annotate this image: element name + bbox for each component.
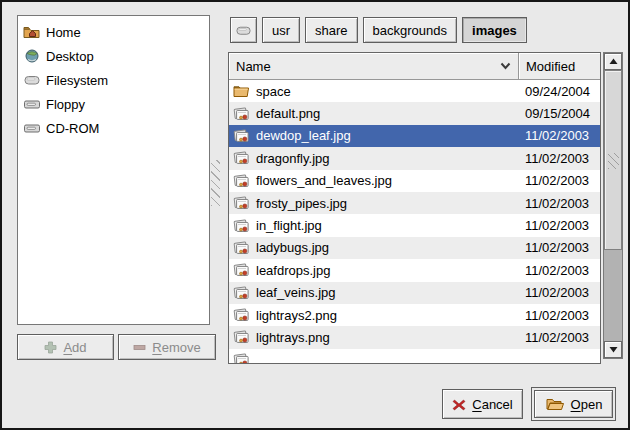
remove-minus-icon xyxy=(133,341,146,354)
breadcrumb: usrsharebackgroundsimages xyxy=(230,17,527,43)
file-name-cell: ladybugs.jpg xyxy=(229,240,519,256)
breadcrumb-button-share[interactable]: share xyxy=(305,17,358,43)
open-button-label: Open xyxy=(571,397,603,412)
sidebar-item-label: Filesystem xyxy=(46,73,108,88)
sidebar-item-label: Desktop xyxy=(46,49,94,64)
file-name-cell: frosty_pipes.jpg xyxy=(229,195,519,211)
file-name-cell: space xyxy=(229,84,519,99)
breadcrumb-root-button[interactable] xyxy=(230,17,257,43)
file-row[interactable]: frosty_pipes.jpg11/02/2003 xyxy=(229,192,600,214)
breadcrumb-label: backgrounds xyxy=(373,23,447,38)
sidebar-item-filesystem[interactable]: Filesystem xyxy=(18,68,209,92)
breadcrumb-button-usr[interactable]: usr xyxy=(262,17,300,43)
file-row[interactable]: flowers_and_leaves.jpg11/02/2003 xyxy=(229,170,600,192)
scroll-up-button[interactable] xyxy=(604,53,622,70)
image-file-icon xyxy=(233,106,250,122)
sidebar-item-label: CD-ROM xyxy=(46,121,99,136)
cancel-button[interactable]: Cancel xyxy=(442,389,523,419)
folder-icon xyxy=(233,84,250,99)
file-modified-date: 11/02/2003 xyxy=(519,285,600,300)
file-row[interactable]: in_flight.jpg11/02/2003 xyxy=(229,214,600,236)
file-name-cell: default.png xyxy=(229,106,519,122)
file-name: frosty_pipes.jpg xyxy=(256,196,347,211)
image-file-icon xyxy=(233,195,250,211)
add-button-label: Add xyxy=(63,340,86,355)
image-file-icon xyxy=(233,285,250,301)
image-file-icon xyxy=(233,128,250,144)
scrollbar-thumb[interactable] xyxy=(604,70,622,250)
pane-splitter-handle[interactable] xyxy=(211,160,220,206)
breadcrumb-button-images[interactable]: images xyxy=(462,17,527,43)
file-modified-date: 11/02/2003 xyxy=(519,218,600,233)
sidebar-item-label: Home xyxy=(46,25,81,40)
file-list: Name Modified space09/24/2004default.png… xyxy=(228,52,601,364)
file-name: ladybugs.jpg xyxy=(256,240,329,255)
column-header-name[interactable]: Name xyxy=(229,53,519,80)
breadcrumb-button-backgrounds[interactable]: backgrounds xyxy=(363,17,457,43)
add-button[interactable]: Add xyxy=(17,334,114,360)
file-name: lightrays.png xyxy=(256,330,330,345)
breadcrumb-label: images xyxy=(472,23,517,38)
remove-button[interactable]: Remove xyxy=(118,334,216,360)
file-name: space xyxy=(256,84,291,99)
file-list-header: Name Modified xyxy=(229,53,600,80)
sidebar-item-cd-rom[interactable]: CD-ROM xyxy=(18,116,209,140)
file-row[interactable]: lightrays2.png11/02/2003 xyxy=(229,304,600,326)
image-file-icon xyxy=(233,173,250,189)
file-row[interactable]: space09/24/2004 xyxy=(229,80,600,102)
file-modified-date: 11/02/2003 xyxy=(519,151,600,166)
file-modified-date: 11/02/2003 xyxy=(519,263,600,278)
file-name: leafdrops.jpg xyxy=(256,263,330,278)
file-modified-date: 09/24/2004 xyxy=(519,84,600,99)
vertical-scrollbar[interactable] xyxy=(603,52,623,359)
file-row[interactable]: dewdop_leaf.jpg11/02/2003 xyxy=(229,125,600,147)
file-row[interactable]: ladybugs.jpg11/02/2003 xyxy=(229,237,600,259)
floppy-icon xyxy=(23,96,41,112)
sidebar-item-floppy[interactable]: Floppy xyxy=(18,92,209,116)
file-name: leaf_veins.jpg xyxy=(256,285,336,300)
breadcrumb-label: share xyxy=(315,23,348,38)
file-name-cell: dragonfly.jpg xyxy=(229,150,519,166)
places-sidebar: HomeDesktopFilesystemFloppyCD-ROM xyxy=(17,15,210,325)
add-plus-icon xyxy=(44,341,57,354)
file-name-cell: leaf_veins.jpg xyxy=(229,285,519,301)
cancel-x-icon xyxy=(452,398,466,411)
cdrom-icon xyxy=(23,120,41,136)
cancel-button-label: Cancel xyxy=(472,397,512,412)
image-file-icon xyxy=(233,240,250,256)
file-row-partial[interactable] xyxy=(229,349,600,364)
file-row[interactable]: lightrays.png11/02/2003 xyxy=(229,326,600,348)
file-row[interactable]: default.png09/15/2004 xyxy=(229,102,600,124)
file-name: lightrays2.png xyxy=(256,308,337,323)
default-button-ring: Open xyxy=(531,387,616,421)
file-name-cell: leafdrops.jpg xyxy=(229,262,519,278)
file-row[interactable]: leafdrops.jpg11/02/2003 xyxy=(229,259,600,281)
arrow-up-icon xyxy=(609,58,618,65)
image-file-icon xyxy=(233,352,250,364)
scroll-down-button[interactable] xyxy=(604,341,622,358)
open-button[interactable]: Open xyxy=(534,390,613,418)
file-name-cell: dewdop_leaf.jpg xyxy=(229,128,519,144)
desktop-icon xyxy=(23,48,41,64)
file-row[interactable]: leaf_veins.jpg11/02/2003 xyxy=(229,282,600,304)
column-header-modified-label: Modified xyxy=(526,59,575,74)
file-name: flowers_and_leaves.jpg xyxy=(256,173,392,188)
folder-open-icon xyxy=(545,396,565,412)
chevron-down-icon xyxy=(500,62,511,70)
column-header-name-label: Name xyxy=(236,59,271,74)
remove-button-label: Remove xyxy=(152,340,200,355)
file-name-cell: lightrays.png xyxy=(229,329,519,345)
file-name: dewdop_leaf.jpg xyxy=(256,128,351,143)
file-name: in_flight.jpg xyxy=(256,218,322,233)
image-file-icon xyxy=(233,262,250,278)
drive-icon xyxy=(235,23,252,38)
sidebar-item-desktop[interactable]: Desktop xyxy=(18,44,209,68)
column-header-modified[interactable]: Modified xyxy=(519,53,600,80)
arrow-down-icon xyxy=(609,346,618,353)
sidebar-item-home[interactable]: Home xyxy=(18,20,209,44)
scrollbar-thumb-grip xyxy=(608,153,619,169)
file-modified-date: 11/02/2003 xyxy=(519,173,600,188)
filesystem-icon xyxy=(23,72,41,88)
file-row[interactable]: dragonfly.jpg11/02/2003 xyxy=(229,147,600,169)
image-file-icon xyxy=(233,218,250,234)
